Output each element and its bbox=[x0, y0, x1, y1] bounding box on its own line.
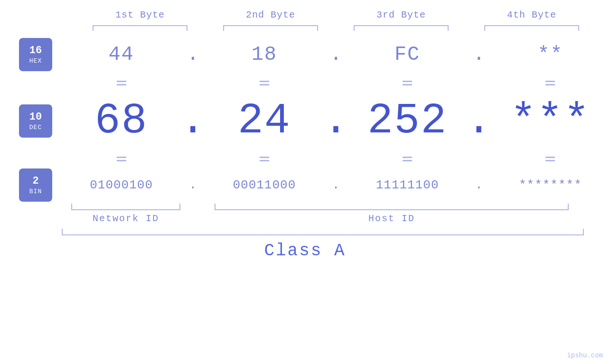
data-rows: 16 HEX 10 DEC 2 BIN bbox=[0, 36, 610, 202]
eq2-bar-4a bbox=[545, 157, 555, 158]
bin-val-4-cell: ******** bbox=[491, 178, 610, 192]
dec-dot-icon-1: . bbox=[180, 97, 206, 145]
byte4-header: 4th Byte bbox=[467, 9, 597, 20]
eq2-2 bbox=[205, 157, 324, 161]
eq-bar-4a bbox=[545, 81, 555, 82]
bin-val-4: ******** bbox=[519, 178, 582, 192]
eq-bar-3b bbox=[403, 84, 412, 85]
hex-dot-icon-1: . bbox=[187, 43, 199, 66]
top-brackets bbox=[75, 25, 597, 31]
eq2-bar-2a bbox=[260, 157, 269, 158]
bin-dot-2: . bbox=[324, 178, 348, 192]
hex-val-4-cell: ** bbox=[491, 43, 610, 66]
dec-val-1: 68 bbox=[95, 97, 148, 145]
bin-dot-icon-2: . bbox=[332, 178, 340, 192]
equals-row-1 bbox=[62, 74, 610, 93]
dec-val-4-cell: *** bbox=[491, 97, 610, 145]
hex-val-2-cell: 18 bbox=[205, 43, 324, 66]
hex-row: 44 . 18 . FC . ** bbox=[62, 36, 610, 74]
eq-spacer-2 bbox=[9, 149, 62, 168]
dec-dot-2: . bbox=[324, 97, 348, 145]
hex-val-1: 44 bbox=[108, 43, 134, 66]
eq2-bar-3b bbox=[403, 160, 412, 161]
dec-dot-icon-3: . bbox=[466, 97, 492, 145]
dec-val-3: 252 bbox=[367, 97, 447, 145]
bracket-top-4 bbox=[484, 25, 579, 31]
eq-sign-1 bbox=[117, 81, 126, 85]
hex-badge-number: 16 bbox=[29, 45, 42, 57]
bracket-cell-2 bbox=[206, 25, 336, 31]
bracket-cell-4 bbox=[467, 25, 597, 31]
bracket-top-3 bbox=[354, 25, 449, 31]
hex-badge-area: 16 HEX bbox=[9, 36, 62, 74]
equals-row-2 bbox=[62, 149, 610, 168]
bottom-brackets-row bbox=[62, 204, 584, 210]
eq2-4 bbox=[491, 157, 610, 161]
eq2-sign-1 bbox=[117, 157, 126, 161]
eq-bar-1a bbox=[117, 81, 126, 82]
host-bracket-cell bbox=[199, 204, 584, 210]
hex-dot-3: . bbox=[467, 43, 491, 66]
bin-val-3: 11111100 bbox=[376, 178, 439, 192]
byte3-header: 3rd Byte bbox=[336, 9, 467, 20]
eq-bar-2b bbox=[260, 84, 269, 85]
eq-bar-2a bbox=[260, 81, 269, 82]
labels-column: 16 HEX 10 DEC 2 BIN bbox=[0, 36, 62, 202]
bin-val-2-cell: 00011000 bbox=[205, 178, 324, 192]
dec-val-4: *** bbox=[510, 97, 590, 145]
hex-dot-1: . bbox=[181, 43, 205, 66]
net-id-cell: Network ID bbox=[62, 213, 190, 224]
bracket-gap bbox=[190, 204, 199, 210]
net-bracket bbox=[71, 204, 180, 210]
bracket-cell-1 bbox=[75, 25, 206, 31]
hex-dot-2: . bbox=[324, 43, 348, 66]
dec-dot-icon-2: . bbox=[323, 97, 349, 145]
bin-dot-3: . bbox=[467, 178, 491, 192]
eq2-bar-1b bbox=[117, 160, 126, 161]
hex-badge-label: HEX bbox=[29, 57, 42, 65]
hex-dot-icon-2: . bbox=[330, 43, 342, 66]
dec-badge-area: 10 DEC bbox=[9, 93, 62, 149]
dec-badge: 10 DEC bbox=[19, 104, 52, 138]
big-bottom-bracket bbox=[62, 229, 584, 235]
host-bracket bbox=[215, 204, 568, 210]
main-container: 1st Byte 2nd Byte 3rd Byte 4th Byte 16 H… bbox=[0, 0, 610, 364]
data-column: 44 . 18 . FC . ** bbox=[62, 36, 610, 202]
id-label-gap bbox=[190, 213, 199, 224]
byte1-header: 1st Byte bbox=[75, 9, 206, 20]
bottom-section: Network ID Host ID Class A bbox=[0, 202, 610, 261]
host-id-cell: Host ID bbox=[199, 213, 584, 224]
eq2-bar-4b bbox=[545, 160, 555, 161]
eq2-bar-2b bbox=[260, 160, 269, 161]
hex-val-3: FC bbox=[394, 43, 420, 66]
eq-bar-4b bbox=[545, 84, 555, 85]
dec-dot-3: . bbox=[467, 97, 491, 145]
id-labels-row: Network ID Host ID bbox=[62, 213, 584, 224]
network-id-label: Network ID bbox=[93, 213, 159, 224]
eq-sign-2 bbox=[260, 81, 269, 85]
bin-val-1-cell: 01000100 bbox=[62, 178, 181, 192]
eq2-sign-3 bbox=[403, 157, 412, 161]
eq-2 bbox=[205, 81, 324, 85]
bin-dot-1: . bbox=[181, 178, 205, 192]
bin-badge-number: 2 bbox=[32, 175, 38, 187]
dec-val-2: 24 bbox=[238, 97, 291, 145]
eq2-bar-1a bbox=[117, 157, 126, 158]
eq2-sign-4 bbox=[545, 157, 555, 161]
watermark: ipshu.com bbox=[567, 352, 603, 359]
bin-badge: 2 BIN bbox=[19, 168, 52, 202]
dec-val-3-cell: 252 bbox=[348, 97, 467, 145]
eq2-sign-2 bbox=[260, 157, 269, 161]
bin-dot-icon-1: . bbox=[189, 178, 197, 192]
bracket-top-1 bbox=[93, 25, 188, 31]
dec-dot-1: . bbox=[181, 97, 205, 145]
bin-badge-label: BIN bbox=[29, 188, 42, 195]
bin-val-1: 01000100 bbox=[90, 178, 153, 192]
dec-row: 68 . 24 . 252 . *** bbox=[62, 93, 610, 149]
eq-spacer-1 bbox=[9, 74, 62, 93]
bin-row: 01000100 . 00011000 . 11111100 . bbox=[62, 168, 610, 202]
dec-badge-number: 10 bbox=[29, 111, 42, 123]
class-label: Class A bbox=[264, 241, 346, 261]
hex-val-2: 18 bbox=[252, 43, 277, 66]
eq-4 bbox=[491, 81, 610, 85]
